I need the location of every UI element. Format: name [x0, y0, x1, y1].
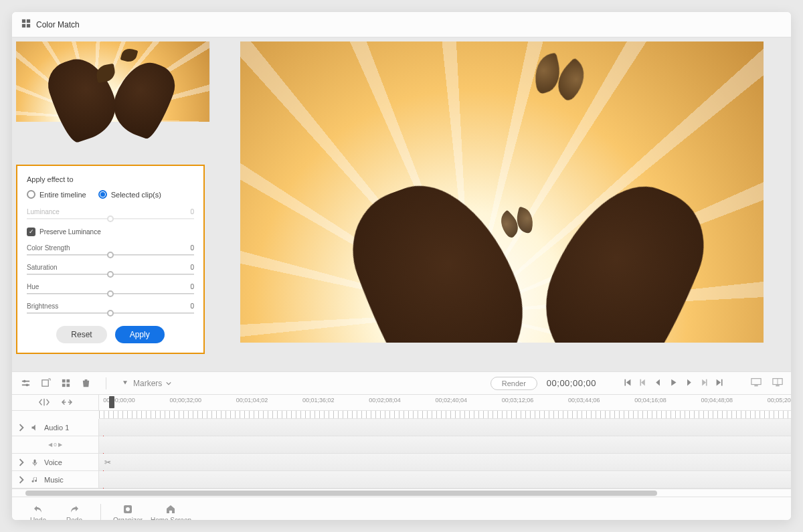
bottom-bar: Undo Redo Organizer Home Screen — [12, 497, 791, 520]
track-voice-label: Voice — [44, 458, 62, 466]
hue-label: Hue — [27, 283, 39, 290]
grid-icon[interactable] — [60, 378, 71, 389]
zoom-expand-icon[interactable] — [62, 397, 72, 408]
monitor-dual-icon[interactable] — [772, 377, 783, 389]
divider — [100, 504, 101, 521]
track-body-voice[interactable]: ✂ — [99, 454, 791, 470]
svg-rect-12 — [66, 383, 70, 387]
scrollbar-thumb[interactable] — [25, 491, 657, 496]
slider-color-strength[interactable]: Color Strength 0 — [27, 244, 194, 256]
brightness-label: Brightness — [27, 302, 58, 310]
frame-forward-icon[interactable] — [685, 378, 693, 389]
ruler-tick: 00;03;12;06 — [502, 397, 534, 404]
go-to-start-icon[interactable] — [623, 378, 632, 389]
svg-rect-11 — [62, 383, 65, 387]
preserve-luminance-label: Preserve Luminance — [39, 228, 101, 236]
saturation-value: 0 — [190, 264, 194, 271]
timeline-scrollbar[interactable] — [12, 489, 791, 497]
radio-selected-clips[interactable]: Selected clip(s) — [98, 190, 161, 199]
home-button[interactable]: Home Screen — [151, 504, 191, 521]
redo-button[interactable]: Redo — [60, 504, 88, 521]
zoom-tools — [12, 395, 99, 410]
color-match-icon — [21, 19, 36, 31]
organizer-icon — [122, 504, 133, 515]
undo-button[interactable]: Undo — [24, 504, 52, 521]
chevron-right-icon — [17, 476, 25, 484]
ruler-tick: 00;03;44;06 — [568, 397, 600, 404]
main-split: Apply effect to Entire timeline Selected… — [12, 37, 791, 372]
ruler-tick: 00;01;04;02 — [236, 397, 268, 404]
svg-point-21 — [126, 507, 130, 511]
monitor-toggles — [751, 377, 783, 389]
organizer-button[interactable]: Organizer — [113, 504, 143, 521]
svg-rect-1 — [27, 19, 30, 22]
new-item-icon[interactable] — [40, 378, 51, 389]
organizer-label: Organizer — [113, 517, 143, 521]
svg-point-7 — [25, 383, 28, 386]
app-window: Color Match Apply effect to Entire timel… — [12, 12, 791, 520]
ruler-ticks[interactable]: 00;00;00;0000;00;32;0000;01;04;0200;01;3… — [99, 395, 791, 410]
go-to-end-icon[interactable] — [715, 378, 724, 389]
track-body-audio1[interactable] — [99, 419, 791, 436]
timeline-toolbar: Markers Render 00;00;00;00 — [12, 372, 791, 395]
color-strength-value: 0 — [190, 244, 194, 252]
slider-hue[interactable]: Hue 0 — [27, 283, 194, 294]
preview-art — [521, 45, 595, 118]
monitor-single-icon[interactable] — [751, 377, 762, 389]
zoom-fit-icon[interactable] — [39, 397, 50, 408]
track-head-voice[interactable]: Voice — [12, 454, 99, 470]
play-icon[interactable] — [669, 378, 678, 389]
track-head-audio1[interactable]: Audio 1 — [12, 419, 99, 436]
reset-button[interactable]: Reset — [56, 326, 106, 343]
radio-entire-timeline[interactable]: Entire timeline — [27, 190, 86, 199]
home-icon — [165, 504, 176, 515]
divider — [106, 377, 106, 389]
speaker-icon — [31, 424, 39, 432]
thumbnail-art — [16, 41, 209, 122]
preserve-luminance-checkbox[interactable]: Preserve Luminance — [27, 228, 194, 236]
saturation-label: Saturation — [27, 264, 58, 271]
track-body-audio1-sub[interactable] — [99, 436, 791, 453]
track-head-music[interactable]: Music — [12, 471, 99, 488]
timecode-display[interactable]: 00;00;00;00 — [547, 378, 596, 388]
scissors-icon[interactable]: ✂ — [104, 458, 111, 467]
chevron-right-icon — [17, 458, 25, 466]
clip-marker[interactable] — [109, 396, 114, 408]
fine-ruler[interactable] — [99, 411, 791, 419]
undo-icon — [33, 504, 43, 515]
preview-monitor[interactable] — [240, 41, 764, 343]
ruler-tick: 00;05;20;10 — [768, 397, 791, 404]
track-audio1-label: Audio 1 — [44, 424, 69, 432]
svg-rect-3 — [27, 23, 30, 27]
svg-rect-0 — [22, 19, 25, 22]
slider-brightness[interactable]: Brightness 0 — [27, 302, 194, 314]
audio-subnav[interactable]: ◀ 0 ▶ — [48, 442, 62, 448]
ruler-tick: 00;00;00;00 — [103, 397, 135, 404]
track-audio1-subnav: ◀ 0 ▶ — [12, 436, 791, 454]
trash-icon[interactable] — [80, 378, 91, 389]
undo-label: Undo — [30, 517, 46, 521]
track-music: Music — [12, 471, 791, 489]
tools-icon[interactable] — [20, 378, 31, 389]
panel-title: Color Match — [36, 20, 80, 29]
ruler-tick: 00;00;32;00 — [169, 397, 201, 404]
slider-luminance: Luminance 0 — [27, 208, 194, 219]
luminance-label: Luminance — [27, 208, 60, 215]
svg-rect-10 — [66, 379, 70, 383]
slider-saturation[interactable]: Saturation 0 — [27, 264, 194, 275]
hue-value: 0 — [190, 283, 194, 290]
reference-thumbnail[interactable] — [16, 41, 210, 122]
track-audio1: Audio 1 — [12, 419, 791, 436]
preview-area — [213, 37, 791, 371]
apply-button[interactable]: Apply — [115, 326, 165, 343]
apply-target-radio-group: Entire timeline Selected clip(s) — [27, 190, 194, 199]
brightness-value: 0 — [190, 302, 194, 310]
track-body-music[interactable] — [99, 471, 791, 488]
app-header: Color Match — [12, 12, 791, 37]
markers-dropdown[interactable]: Markers — [121, 379, 171, 388]
step-forward-icon[interactable] — [700, 378, 709, 389]
left-column: Apply effect to Entire timeline Selected… — [12, 37, 213, 371]
step-back-icon[interactable] — [638, 378, 647, 389]
frame-back-icon[interactable] — [654, 378, 662, 389]
render-button[interactable]: Render — [490, 377, 537, 390]
